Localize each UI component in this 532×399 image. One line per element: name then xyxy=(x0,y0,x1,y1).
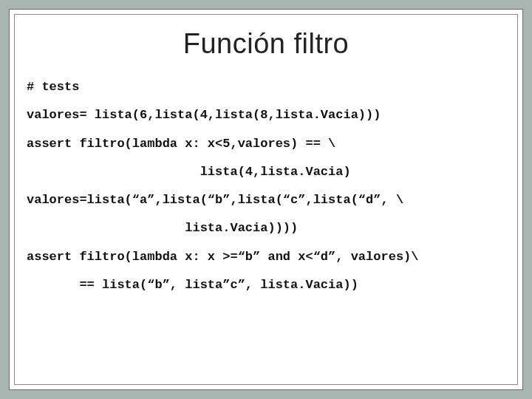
slide-outer-frame: Función filtro # tests valores= lista(6,… xyxy=(0,0,532,399)
code-line: assert filtro(lambda x: x >=“b” and x<“d… xyxy=(27,243,505,271)
slide-inner-frame: Función filtro # tests valores= lista(6,… xyxy=(9,9,523,390)
code-line: valores=lista(“a”,lista(“b”,lista(“c”,li… xyxy=(27,186,505,214)
code-line: # tests xyxy=(27,73,505,101)
code-line: valores= lista(6,lista(4,lista(8,lista.V… xyxy=(27,101,505,129)
slide-content-box: Función filtro # tests valores= lista(6,… xyxy=(14,14,518,385)
slide-title: Función filtro xyxy=(27,28,505,60)
code-line: lista(4,lista.Vacia) xyxy=(27,158,505,186)
code-block: # tests valores= lista(6,lista(4,lista(8… xyxy=(27,73,505,299)
code-line: assert filtro(lambda x: x<5,valores) == … xyxy=(27,130,505,158)
code-line: == lista(“b”, lista”c”, lista.Vacia)) xyxy=(27,271,505,299)
code-line: lista.Vacia)))) xyxy=(27,214,505,242)
